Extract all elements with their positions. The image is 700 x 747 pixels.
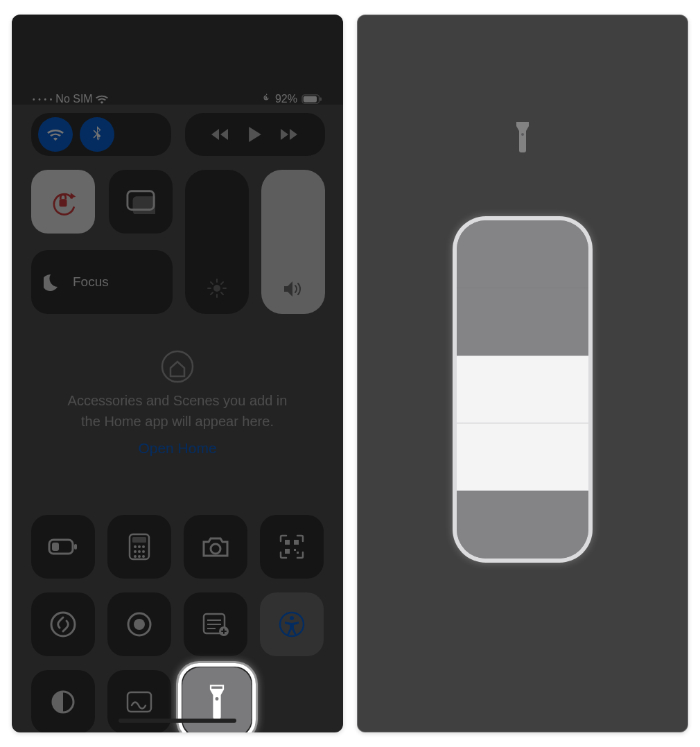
svg-line-12	[211, 282, 213, 284]
camera-button[interactable]	[184, 515, 247, 579]
svg-point-51	[521, 133, 524, 136]
svg-point-23	[138, 545, 141, 548]
svg-line-13	[221, 292, 223, 295]
screen-record-button[interactable]	[107, 592, 171, 656]
rewind-button[interactable]	[211, 128, 229, 141]
slider-segment-1	[457, 423, 588, 491]
forward-button[interactable]	[281, 128, 299, 141]
svg-point-37	[51, 613, 75, 636]
screen-mirroring-button[interactable]	[109, 170, 173, 234]
accessibility-button[interactable]	[260, 592, 324, 656]
slider-segment-4	[457, 220, 588, 288]
svg-line-14	[221, 282, 223, 284]
home-widget: Accessories and Scenes you add in the Ho…	[31, 332, 324, 457]
svg-rect-32	[285, 540, 290, 545]
signal-dots-icon: • • • •	[33, 96, 53, 103]
shortcut-grid	[31, 515, 325, 732]
svg-rect-18	[52, 543, 59, 551]
svg-point-30	[142, 555, 145, 558]
svg-rect-48	[128, 692, 151, 712]
svg-rect-34	[285, 549, 290, 554]
svg-point-16	[162, 351, 193, 382]
flashlight-brightness-screen	[357, 15, 688, 732]
svg-point-25	[134, 550, 137, 553]
home-icon	[31, 350, 324, 383]
wifi-toggle[interactable]	[38, 117, 73, 152]
orientation-lock-button[interactable]	[31, 170, 95, 234]
svg-point-31	[211, 544, 220, 554]
media-controls	[185, 113, 325, 156]
svg-point-26	[138, 550, 141, 553]
battery-icon	[301, 94, 322, 104]
svg-rect-36	[297, 552, 299, 554]
focus-button[interactable]: Focus	[31, 250, 173, 314]
connectivity-group	[31, 113, 171, 156]
play-button[interactable]	[249, 127, 261, 142]
slider-segment-3	[457, 288, 588, 355]
brightness-icon	[207, 278, 227, 301]
qr-scanner-button[interactable]	[260, 515, 324, 579]
home-indicator[interactable]	[119, 719, 236, 723]
svg-point-27	[142, 550, 145, 553]
svg-rect-0	[265, 96, 267, 99]
home-hint-line1: Accessories and Scenes you add in	[46, 390, 309, 411]
svg-point-46	[290, 616, 294, 620]
open-home-link[interactable]: Open Home	[31, 440, 324, 457]
speaker-icon	[283, 279, 304, 301]
bluetooth-toggle[interactable]	[80, 117, 114, 152]
svg-point-28	[134, 555, 137, 558]
focus-label: Focus	[73, 274, 109, 290]
shazam-button[interactable]	[31, 592, 95, 656]
slider-segment-0	[457, 491, 588, 559]
svg-rect-35	[294, 549, 296, 551]
svg-rect-3	[320, 97, 322, 100]
volume-slider[interactable]	[261, 170, 325, 314]
svg-point-22	[134, 545, 137, 548]
svg-point-24	[142, 545, 145, 548]
battery-pct: 92%	[275, 93, 297, 105]
svg-point-39	[134, 619, 145, 630]
dark-mode-button[interactable]	[31, 670, 95, 732]
low-power-button[interactable]	[31, 515, 95, 579]
svg-rect-4	[60, 199, 67, 206]
home-hint-line2: the Home app will appear here.	[46, 411, 309, 432]
slider-segment-2	[457, 355, 588, 423]
orientation-lock-status-icon	[261, 93, 271, 105]
svg-line-15	[211, 292, 213, 295]
carrier-label: No SIM	[55, 93, 92, 105]
flashlight-brightness-slider[interactable]	[453, 216, 593, 563]
svg-rect-2	[304, 96, 317, 103]
calculator-button[interactable]	[107, 515, 171, 579]
svg-point-7	[213, 285, 220, 292]
svg-rect-6	[133, 196, 155, 214]
svg-rect-21	[132, 537, 146, 543]
svg-point-49	[216, 697, 219, 701]
svg-rect-33	[294, 540, 299, 545]
flashlight-icon	[512, 121, 533, 157]
freeform-button[interactable]	[107, 670, 171, 732]
statusbar: • • • • No SIM 92%	[33, 89, 322, 109]
svg-rect-19	[74, 544, 77, 550]
svg-rect-50	[211, 687, 222, 689]
wifi-icon	[96, 94, 108, 104]
moon-icon	[44, 270, 64, 295]
brightness-slider[interactable]	[185, 170, 249, 314]
control-center-screen: • • • • No SIM 92%	[12, 15, 343, 732]
quick-note-button[interactable]	[184, 592, 247, 656]
svg-point-29	[138, 555, 141, 558]
